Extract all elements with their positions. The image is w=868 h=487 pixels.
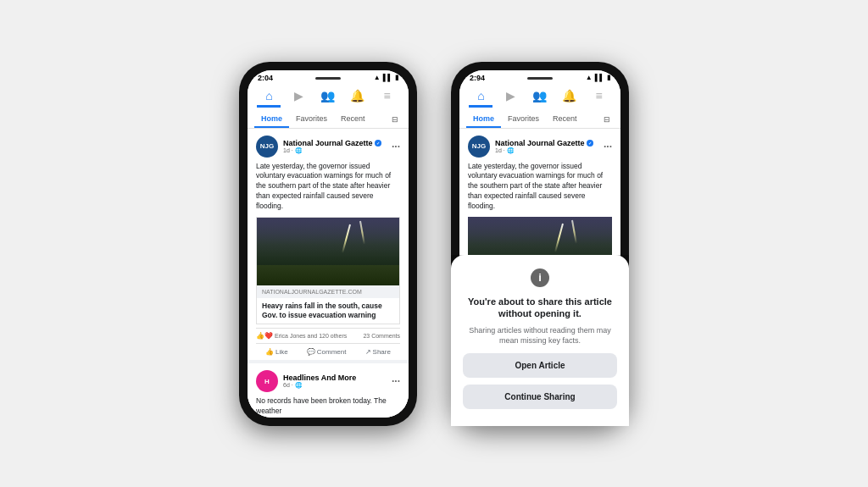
sky-right	[468, 217, 612, 257]
time-left: 2:04	[258, 74, 273, 82]
status-icons-left: ▲ ▌▌ ▮	[374, 74, 398, 81]
post-author-name-right: National Journal Gazette ✓	[495, 139, 598, 147]
dialog-sheet: i You're about to share this article wit…	[459, 255, 620, 418]
nav-bell-left[interactable]: 🔔	[346, 89, 370, 108]
phone-speaker-left	[315, 77, 341, 80]
fb-nav-left: ⌂ ▶ 👥 🔔 ≡ Home Favorites Recent ⊟	[248, 84, 409, 129]
link-domain-left: NATIONALJOURNALGAZETTE.COM	[257, 285, 399, 298]
post-more-right[interactable]: ···	[604, 141, 612, 152]
avatar-left: NJG	[256, 136, 278, 158]
post-text2-left: No records have been broken today. The w…	[256, 396, 400, 417]
filter-icon-right[interactable]: ⊟	[600, 112, 614, 127]
post-author-name-left: National Journal Gazette ✓	[283, 139, 387, 147]
nav-video-left[interactable]: ▶	[287, 89, 310, 108]
share-btn-left[interactable]: ↗ Share	[365, 348, 391, 356]
signal-icon: ▌▌	[383, 74, 392, 81]
reaction-info-left: 👍❤️ Erica Jones and 120 others	[256, 332, 347, 340]
post-author-info-right: National Journal Gazette ✓ 1d · 🌐	[495, 139, 598, 154]
tab-recent-right[interactable]: Recent	[546, 111, 584, 128]
dialog-title: You're about to share this article witho…	[463, 296, 617, 320]
post-author-info2-left: Headlines And More 6d · 🌐	[283, 374, 387, 389]
avatar2-left: H	[256, 370, 278, 392]
nav-video-right[interactable]: ▶	[498, 89, 522, 108]
phone-right: 2:94 ▲ ▌▌ ▮ ⌂ ▶ 👥 🔔 ≡ Home Favo	[451, 62, 629, 426]
like-btn-left[interactable]: 👍 Like	[265, 348, 288, 356]
post-more-left[interactable]: ···	[392, 141, 400, 152]
post-author-name2-left: Headlines And More	[283, 374, 387, 382]
fb-tabs-right: Home Favorites Recent ⊟	[459, 111, 620, 128]
battery-icon-right: ▮	[607, 74, 610, 81]
continue-sharing-button[interactable]: Continue Sharing	[463, 385, 617, 409]
comment-btn-left[interactable]: 💬 Comment	[307, 348, 347, 356]
wifi-icon-right: ▲	[586, 74, 593, 81]
scene: 2:04 ▲ ▌▌ ▮ ⌂ ▶ 👥 🔔 ≡ Home Favo	[0, 0, 868, 487]
phone-screen-right: 2:94 ▲ ▌▌ ▮ ⌂ ▶ 👥 🔔 ≡ Home Favo	[459, 70, 620, 418]
avatar-right: NJG	[468, 136, 490, 158]
nav-people-right[interactable]: 👥	[528, 89, 552, 108]
tab-favorites-left[interactable]: Favorites	[289, 111, 334, 128]
signal-icon-right: ▌▌	[595, 74, 604, 81]
nav-bell-right[interactable]: 🔔	[558, 89, 581, 108]
ground-left	[257, 265, 399, 285]
sky-left	[257, 218, 399, 258]
tab-home-left[interactable]: Home	[254, 111, 289, 128]
fb-nav-right: ⌂ ▶ 👥 🔔 ≡ Home Favorites Recent ⊟	[459, 84, 620, 129]
phone-left: 2:04 ▲ ▌▌ ▮ ⌂ ▶ 👥 🔔 ≡ Home Favo	[239, 62, 417, 426]
dialog-info-icon: i	[531, 268, 549, 287]
filter-icon-left[interactable]: ⊟	[388, 112, 402, 127]
post-text-right: Late yesterday, the governor issued volu…	[468, 162, 612, 212]
dialog-overlay: i You're about to share this article wit…	[459, 255, 620, 418]
link-preview-left: NATIONALJOURNALGAZETTE.COM Heavy rains f…	[256, 217, 400, 324]
link-title-left: Heavy rains fall in the south, cause Gov…	[257, 298, 399, 324]
post-meta-left: 1d · 🌐	[283, 147, 387, 154]
nav-home-left[interactable]: ⌂	[257, 89, 281, 108]
nav-menu-left[interactable]: ≡	[376, 89, 399, 108]
wifi-icon: ▲	[374, 74, 381, 81]
fb-nav-icons-left: ⌂ ▶ 👥 🔔 ≡	[248, 86, 409, 111]
post-header2-left: H Headlines And More 6d · 🌐 ···	[256, 370, 400, 392]
like-emoji-left: 👍❤️	[256, 332, 273, 340]
post-header-left: NJG National Journal Gazette ✓ 1d · 🌐 ··	[256, 136, 400, 158]
post-text-left: Late yesterday, the governor issued volu…	[256, 162, 400, 212]
verified-badge-right: ✓	[587, 140, 593, 147]
nav-home-right[interactable]: ⌂	[469, 89, 492, 108]
battery-icon: ▮	[395, 74, 398, 81]
lightning-bg-left	[257, 218, 399, 285]
comments-count-left: 23 Comments	[363, 333, 400, 339]
post-card2-left: H Headlines And More 6d · 🌐 ··· No recor…	[248, 363, 409, 417]
fb-tabs-left: Home Favorites Recent ⊟	[248, 111, 409, 128]
phone-screen-left: 2:04 ▲ ▌▌ ▮ ⌂ ▶ 👥 🔔 ≡ Home Favo	[248, 70, 409, 418]
nav-menu-right[interactable]: ≡	[587, 89, 611, 108]
post-reactions-left: 👍❤️ Erica Jones and 120 others 23 Commen…	[256, 328, 400, 343]
time-right: 2:94	[470, 74, 485, 82]
verified-badge-left: ✓	[375, 140, 381, 147]
post-header-right: NJG National Journal Gazette ✓ 1d · 🌐 ··	[468, 136, 612, 158]
tab-home-right[interactable]: Home	[466, 111, 501, 128]
nav-people-left[interactable]: 👥	[316, 89, 340, 108]
tab-favorites-right[interactable]: Favorites	[501, 111, 546, 128]
post-actions-left: 👍 Like 💬 Comment ↗ Share	[256, 343, 400, 360]
status-icons-right: ▲ ▌▌ ▮	[586, 74, 610, 81]
open-article-button[interactable]: Open Article	[463, 353, 617, 378]
post-more2-left[interactable]: ···	[392, 375, 400, 387]
dialog-subtitle: Sharing articles without reading them ma…	[463, 326, 617, 346]
phone-speaker-right	[527, 77, 553, 80]
fb-nav-icons-right: ⌂ ▶ 👥 🔔 ≡	[459, 86, 620, 111]
feed-left: NJG National Journal Gazette ✓ 1d · 🌐 ··	[248, 129, 409, 418]
post-meta2-left: 6d · 🌐	[283, 382, 387, 389]
post-image-left	[257, 218, 399, 285]
post-card-left: NJG National Journal Gazette ✓ 1d · 🌐 ··	[248, 129, 409, 361]
post-author-info-left: National Journal Gazette ✓ 1d · 🌐	[283, 139, 387, 154]
post-meta-right: 1d · 🌐	[495, 147, 598, 154]
tab-recent-left[interactable]: Recent	[334, 111, 372, 128]
